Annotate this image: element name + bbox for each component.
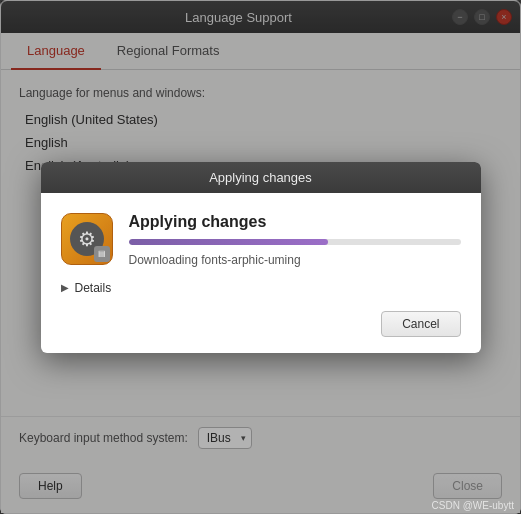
progress-bar-fill xyxy=(129,239,328,245)
main-window: Language Support − □ × Language Regional… xyxy=(0,0,521,514)
modal-header-text: Applying changes Downloading fonts-arphi… xyxy=(129,213,461,267)
modal-title-bar: Applying changes xyxy=(41,162,481,193)
details-label: Details xyxy=(75,281,112,295)
progress-bar-track xyxy=(129,239,461,245)
modal-header-row: ⚙ ▤ Applying changes Downloading fonts-a… xyxy=(61,213,461,267)
modal-cancel-button[interactable]: Cancel xyxy=(381,311,460,337)
modal-title: Applying changes xyxy=(209,170,312,185)
gear-icon: ⚙ xyxy=(78,227,96,251)
modal-icon: ⚙ ▤ xyxy=(61,213,113,265)
badge-icon: ▤ xyxy=(94,246,110,262)
modal-overlay: Applying changes ⚙ ▤ Applying changes xyxy=(1,1,520,513)
modal-footer: Cancel xyxy=(41,311,481,353)
details-row[interactable]: ▶ Details xyxy=(61,281,461,295)
modal-heading: Applying changes xyxy=(129,213,461,231)
applying-changes-dialog: Applying changes ⚙ ▤ Applying changes xyxy=(41,162,481,353)
modal-status-text: Downloading fonts-arphic-uming xyxy=(129,253,461,267)
details-arrow-icon: ▶ xyxy=(61,282,69,293)
watermark: CSDN @WE-ubytt xyxy=(432,500,514,511)
modal-body: ⚙ ▤ Applying changes Downloading fonts-a… xyxy=(41,193,481,311)
